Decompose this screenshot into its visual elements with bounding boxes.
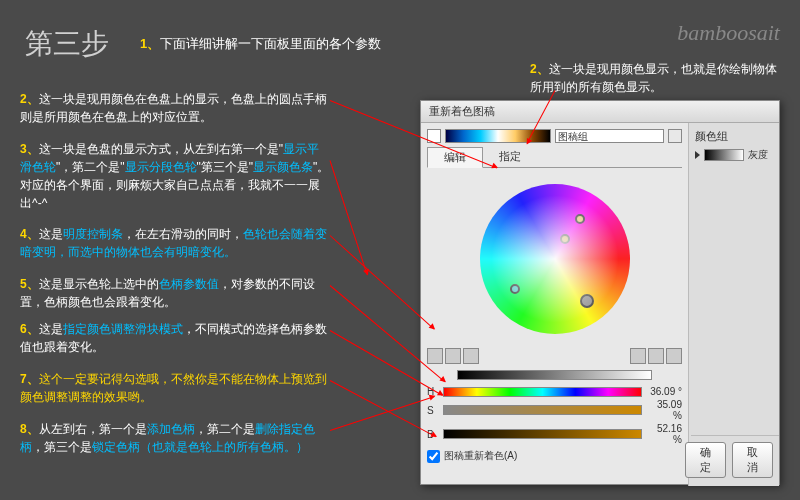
color-handle[interactable] [575,214,585,224]
color-handle[interactable] [560,234,570,244]
add-handle-icon[interactable] [630,348,646,364]
wheel-mode-icons [427,348,682,364]
color-wheel-area[interactable] [427,174,682,344]
annotation-3: 3、这一块是色盘的显示方式，从左到右第一个是"显示平滑色轮"，第二个是"显示分段… [20,140,330,212]
recolor-checkbox-row[interactable]: 图稿重新着色(A) [427,449,682,463]
bri-slider[interactable] [443,429,642,439]
dialog-left-panel: 图稿组 编辑 指定 [421,123,689,486]
swatch-row[interactable]: 灰度 [695,148,773,162]
lock-handle-icon[interactable] [666,348,682,364]
tabs: 编辑 指定 [427,147,682,168]
current-colors-bar[interactable] [445,129,551,143]
cancel-button[interactable]: 取消 [732,442,773,478]
brightness-slider[interactable] [457,370,652,380]
recolor-checkbox[interactable] [427,450,440,463]
step-title: 第三步 [25,25,109,63]
color-handle[interactable] [510,284,520,294]
annotation-4: 4、这是明度控制条，在左右滑动的同时，色轮也会随着变暗变明，而选中的物体也会有明… [20,225,330,261]
color-group-panel: 颜色组 灰度 [689,123,779,486]
swatch-gradient [704,149,744,161]
remove-handle-icon[interactable] [648,348,664,364]
ok-button[interactable]: 确定 [685,442,726,478]
hsb-controls: H36.09 ° S35.09 % B52.16 % [427,386,682,445]
color-bars-icon[interactable] [463,348,479,364]
annotation-8: 8、从左到右，第一个是添加色柄，第二个是删除指定色柄，第三个是锁定色柄（也就是色… [20,420,330,456]
segmented-wheel-icon[interactable] [445,348,461,364]
hue-slider[interactable] [443,387,642,397]
dialog-buttons: 确定 取消 [691,435,779,484]
intro-text: 1、下面详细讲解一下面板里面的各个参数 [140,35,381,53]
annotation-6: 6、这是指定颜色调整滑块模式，不同模式的选择色柄参数值也跟着变化。 [20,320,330,356]
annotation-5: 5、这是显示色轮上选中的色柄参数值，对参数的不同设置，色柄颜色也会跟着变化。 [20,275,330,311]
tab-assign[interactable]: 指定 [483,147,537,167]
dialog-title: 重新着色图稿 [421,101,779,123]
sat-slider[interactable] [443,405,642,415]
annotation-2: 2、这一块是现用颜色在色盘上的显示，色盘上的圆点手柄则是所用颜色在色盘上的对应位… [20,90,330,126]
color-handle-main[interactable] [580,294,594,308]
preset-select[interactable]: 图稿组 [555,129,665,143]
watermark: bamboosait [677,20,780,46]
color-wheel[interactable] [480,184,630,334]
smooth-wheel-icon[interactable] [427,348,443,364]
annotation-top: 2、这一块是现用颜色显示，也就是你绘制物体所用到的所有颜色显示。 [530,60,780,96]
annotation-7: 7、这个一定要记得勾选哦，不然你是不能在物体上预览到颜色调整调整的效果哟。 [20,370,330,406]
folder-icon[interactable] [668,129,682,143]
expand-icon[interactable] [695,151,700,159]
color-group-title: 颜色组 [695,129,773,144]
